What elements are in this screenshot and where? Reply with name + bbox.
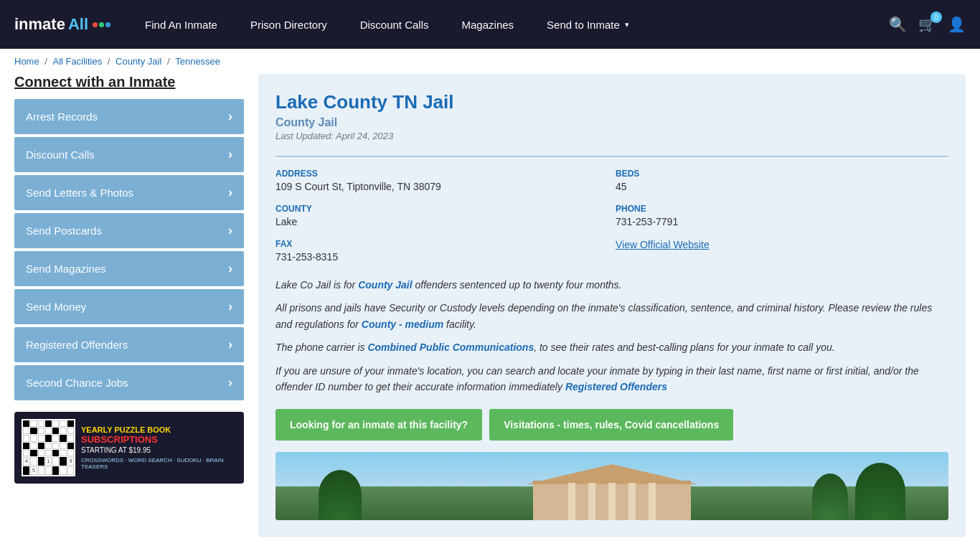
county-block: COUNTY Lake xyxy=(275,204,608,227)
facility-description: Lake Co Jail is for County Jail offender… xyxy=(275,277,948,395)
official-website-link[interactable]: View Official Website xyxy=(616,239,710,250)
logo[interactable]: inmate All xyxy=(14,15,110,34)
sidebar-item-send-magazines[interactable]: Send Magazines › xyxy=(14,251,244,286)
chevron-right-icon: › xyxy=(228,147,232,162)
sidebar-item-send-letters[interactable]: Send Letters & Photos › xyxy=(14,175,244,210)
facility-photo xyxy=(275,452,948,520)
visitation-button[interactable]: Visitations - times, rules, Covid cancel… xyxy=(489,409,733,441)
description-3: The phone carrier is Combined Public Com… xyxy=(275,339,948,355)
facility-info-grid: ADDRESS 109 S Court St, Tiptonville, TN … xyxy=(275,156,948,263)
search-button[interactable]: 🔍 xyxy=(889,16,907,33)
breadcrumb-county-jail[interactable]: County Jail xyxy=(116,56,161,67)
chevron-right-icon: › xyxy=(228,223,232,238)
sidebar-item-discount-calls[interactable]: Discount Calls › xyxy=(14,137,244,172)
chevron-right-icon: › xyxy=(228,375,232,390)
action-buttons: Looking for an inmate at this facility? … xyxy=(275,409,948,441)
nav-magazines[interactable]: Magazines xyxy=(449,11,527,38)
chevron-right-icon: › xyxy=(228,299,232,314)
main-container: Connect with an Inmate Arrest Records › … xyxy=(0,74,980,551)
sidebar-item-arrest-records[interactable]: Arrest Records › xyxy=(14,99,244,134)
breadcrumb-tennessee[interactable]: Tennessee xyxy=(175,56,220,67)
breadcrumb-home[interactable]: Home xyxy=(14,56,39,67)
cart-badge: 0 xyxy=(930,11,942,23)
header-icons: 🔍 🛒 0 👤 xyxy=(889,16,966,33)
sidebar: Connect with an Inmate Arrest Records › … xyxy=(14,74,244,537)
user-button[interactable]: 👤 xyxy=(948,16,966,33)
ad-text: YEARLY PUZZLE BOOK SUBSCRIPTIONS STARTIN… xyxy=(81,425,237,471)
address-block: ADDRESS 109 S Court St, Tiptonville, TN … xyxy=(275,169,608,192)
chevron-right-icon: › xyxy=(228,261,232,276)
sidebar-item-send-postcards[interactable]: Send Postcards › xyxy=(14,213,244,248)
chevron-right-icon: › xyxy=(228,337,232,352)
find-inmate-button[interactable]: Looking for an inmate at this facility? xyxy=(275,409,482,441)
sidebar-item-send-money[interactable]: Send Money › xyxy=(14,289,244,324)
combined-public-link[interactable]: Combined Public Communications xyxy=(367,342,534,353)
sidebar-item-registered-offenders[interactable]: Registered Offenders › xyxy=(14,327,244,362)
fax-block: FAX 731-253-8315 xyxy=(275,239,608,263)
chevron-right-icon: › xyxy=(228,185,232,200)
nav-discount-calls[interactable]: Discount Calls xyxy=(347,11,442,38)
website-block: View Official Website xyxy=(616,239,948,263)
description-1: Lake Co Jail is for County Jail offender… xyxy=(275,277,948,293)
phone-block: PHONE 731-253-7791 xyxy=(616,204,948,227)
sidebar-item-second-chance[interactable]: Second Chance Jobs › xyxy=(14,365,244,400)
breadcrumb: Home / All Facilities / County Jail / Te… xyxy=(0,49,980,74)
cart-button[interactable]: 🛒 0 xyxy=(918,16,936,33)
nav-prison-directory[interactable]: Prison Directory xyxy=(237,11,340,38)
header: inmate All Find An Inmate Prison Directo… xyxy=(0,0,980,49)
description-4: If you are unsure of your inmate's locat… xyxy=(275,363,948,395)
facility-type: County Jail xyxy=(275,116,948,129)
nav-find-inmate[interactable]: Find An Inmate xyxy=(132,11,230,38)
registered-offenders-link[interactable]: Registered Offenders xyxy=(565,381,667,392)
facility-content: Lake County TN Jail County Jail Last Upd… xyxy=(258,74,966,537)
breadcrumb-all-facilities[interactable]: All Facilities xyxy=(53,56,103,67)
sidebar-advertisement[interactable]: 419 5 YEARLY PUZZLE BOOK SUBSCRIPTIONS S… xyxy=(14,412,244,484)
nav-send-to-inmate[interactable]: Send to Inmate ▾ xyxy=(534,11,642,38)
sidebar-menu: Arrest Records › Discount Calls › Send L… xyxy=(14,99,244,400)
description-2: All prisons and jails have Security or C… xyxy=(275,300,948,332)
sidebar-title: Connect with an Inmate xyxy=(14,74,244,90)
chevron-right-icon: › xyxy=(228,109,232,124)
county-medium-link[interactable]: County - medium xyxy=(362,319,443,330)
facility-updated: Last Updated: April 24, 2023 xyxy=(275,131,948,141)
facility-title: Lake County TN Jail xyxy=(275,91,948,113)
beds-block: BEDS 45 xyxy=(616,169,948,192)
main-nav: Find An Inmate Prison Directory Discount… xyxy=(132,11,867,38)
county-jail-link-1[interactable]: County Jail xyxy=(358,279,412,291)
